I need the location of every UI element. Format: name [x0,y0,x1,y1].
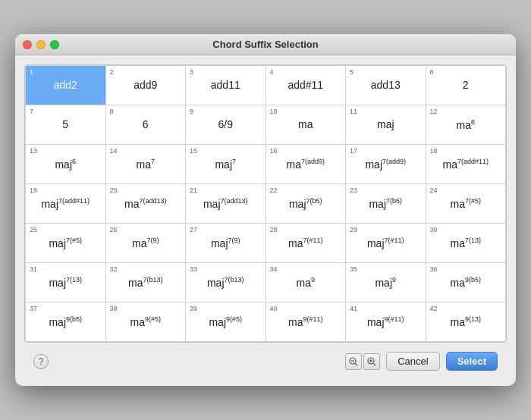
cell-label-12: ma6 [457,118,475,131]
cell-number-4: 4 [270,68,274,76]
cell-label-9: 6/9 [218,118,233,131]
cell-number-33: 33 [190,265,197,273]
cell-number-14: 14 [110,147,118,155]
chord-cell-14[interactable]: 14ma7 [106,145,187,184]
chord-cell-28[interactable]: 28ma7(#11) [266,224,347,263]
cell-number-5: 5 [350,68,353,76]
cell-label-16: ma7(add9) [287,158,325,171]
chord-cell-13[interactable]: 13maj6 [26,145,106,184]
chord-cell-16[interactable]: 16ma7(add9) [266,145,347,184]
cell-label-35: maj9 [375,276,396,289]
cell-label-4: add#11 [287,79,323,92]
cell-label-30: ma7(13) [451,237,481,249]
chord-cell-32[interactable]: 32ma7(b13) [106,263,187,302]
cell-number-41: 41 [350,305,357,312]
cell-number-9: 9 [190,108,193,115]
cell-label-10: ma [298,118,313,131]
cell-label-1: add2 [54,79,77,92]
cell-label-28: ma7(#11) [288,237,322,249]
chord-cell-29[interactable]: 29maj7(#11) [346,224,426,263]
chord-cell-7[interactable]: 75 [26,105,106,145]
chord-cell-6[interactable]: 62 [426,66,507,105]
content-area: 1add22add93add114add#115add1362758696/91… [15,55,516,386]
chord-cell-35[interactable]: 35maj9 [346,263,426,302]
cell-label-31: maj7(13) [49,276,82,289]
cancel-button[interactable]: Cancel [386,352,439,371]
chord-cell-30[interactable]: 30ma7(13) [426,224,507,263]
cell-number-21: 21 [190,186,197,194]
chord-cell-11[interactable]: 11maj [346,105,426,145]
cell-number-25: 25 [30,226,37,234]
cell-label-17: maj7(add9) [365,158,406,171]
bottom-bar: ? [24,346,507,377]
chord-cell-26[interactable]: 26ma7(9) [106,224,187,263]
chord-cell-27[interactable]: 27maj7(9) [186,224,266,263]
chord-cell-33[interactable]: 33maj7(b13) [186,263,266,302]
chord-cell-22[interactable]: 22maj7(b5) [266,184,347,224]
cell-label-5: add13 [371,79,401,92]
chord-cell-39[interactable]: 39maj9(#5) [186,302,266,342]
chord-cell-3[interactable]: 3add11 [186,66,266,105]
chord-cell-31[interactable]: 31maj7(13) [26,263,106,302]
chord-cell-19[interactable]: 19maj7(add#11) [26,184,106,224]
cell-number-23: 23 [350,186,357,194]
chord-cell-15[interactable]: 15maj7 [186,145,266,184]
chord-cell-21[interactable]: 21maj7(add13) [186,184,266,224]
cell-number-32: 32 [110,265,118,273]
cell-label-36: ma9(b5) [451,276,481,289]
chord-cell-17[interactable]: 17maj7(add9) [346,145,426,184]
cell-number-20: 20 [110,186,118,194]
chord-cell-36[interactable]: 36ma9(b5) [426,263,507,302]
cell-number-38: 38 [110,305,118,312]
chord-cell-4[interactable]: 4add#11 [266,66,347,105]
chord-cell-8[interactable]: 86 [106,105,187,145]
chord-cell-1[interactable]: 1add2 [26,66,106,105]
chord-cell-12[interactable]: 12ma6 [426,105,507,145]
chord-cell-10[interactable]: 10ma [266,105,347,145]
cell-number-27: 27 [190,226,197,234]
zoom-out-button[interactable] [345,353,362,370]
chord-cell-38[interactable]: 38ma9(#5) [106,302,187,342]
zoom-controls [345,353,380,370]
chord-cell-18[interactable]: 18ma7(add#11) [426,145,507,184]
chord-cell-24[interactable]: 24ma7(#5) [426,184,507,224]
chord-cell-2[interactable]: 2add9 [106,66,187,105]
svg-line-6 [374,363,376,365]
chord-cell-9[interactable]: 96/9 [186,105,266,145]
chord-cell-42[interactable]: 42ma9(13) [426,302,507,342]
chord-cell-5[interactable]: 5add13 [346,66,426,105]
cell-label-42: ma9(13) [451,315,481,328]
cell-number-24: 24 [430,186,438,194]
cell-number-42: 42 [430,305,438,312]
help-button[interactable]: ? [33,354,49,369]
zoom-in-button[interactable] [363,353,380,370]
chord-cell-41[interactable]: 41maj9(#11) [346,302,426,342]
cell-label-24: ma7(#5) [451,197,481,210]
chord-cell-20[interactable]: 20ma7(add13) [106,184,187,224]
chord-cell-23[interactable]: 23maj7(b5) [346,184,426,224]
cell-number-2: 2 [110,68,114,76]
cell-label-38: ma9(#5) [130,315,161,328]
minimize-button[interactable] [36,40,46,49]
cell-number-7: 7 [30,108,33,115]
cell-number-26: 26 [110,226,118,234]
cell-number-39: 39 [190,305,197,312]
cell-label-25: maj7(#5) [49,237,82,249]
cell-label-2: add9 [134,79,157,92]
chord-cell-37[interactable]: 37maj9(b5) [26,302,106,342]
close-button[interactable] [23,40,32,49]
chord-cell-25[interactable]: 25maj7(#5) [26,224,106,263]
chord-cell-34[interactable]: 34ma9 [266,263,347,302]
cell-label-6: 2 [463,79,469,92]
select-button[interactable]: Select [446,352,498,371]
cell-label-34: ma9 [297,276,315,289]
cell-label-33: maj7(b13) [207,276,244,289]
cell-number-28: 28 [270,226,278,234]
cell-number-12: 12 [430,108,438,115]
cell-label-22: maj7(b5) [289,197,322,210]
maximize-button[interactable] [50,40,59,49]
chord-grid: 1add22add93add114add#115add1362758696/91… [25,65,506,342]
cell-number-35: 35 [350,265,357,273]
chord-cell-40[interactable]: 40ma9(#11) [266,302,347,342]
zoom-in-icon [367,357,376,366]
